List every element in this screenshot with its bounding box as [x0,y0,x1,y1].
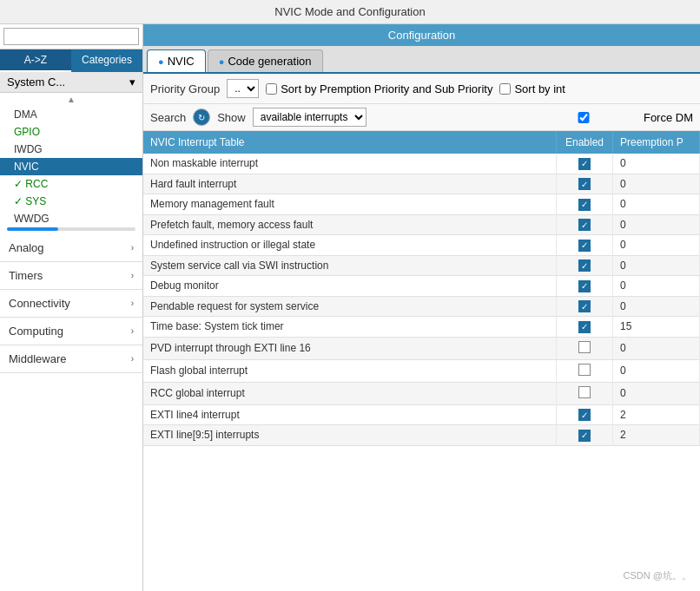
table-row: Memory management fault0 [143,194,700,215]
sidebar-section-middleware: Middleware › [0,345,142,373]
interrupt-enabled-cell[interactable] [557,174,613,194]
interrupt-enabled-checkbox[interactable] [578,409,591,421]
sidebar-section-timers-header[interactable]: Timers › [0,262,142,289]
priority-group-select[interactable]: .. 0 1 2 3 4 [227,79,259,98]
sidebar-item-wwdg[interactable]: WWDG [0,210,142,227]
sidebar-item-dma[interactable]: DMA [0,106,142,123]
sort-int-checkbox[interactable] [499,83,511,95]
sidebar-progress-fill [7,227,58,231]
table-row: Flash global interrupt0 [143,359,700,382]
interrupt-name: Undefined instruction or illegal state [143,235,557,256]
tab-nvic[interactable]: ● NVIC [147,49,206,72]
search-label: Search [150,111,186,124]
interrupt-enabled-checkbox[interactable] [578,280,591,292]
sidebar-section-analog-header[interactable]: Analog › [0,234,142,261]
interrupt-enabled-checkbox[interactable] [578,259,591,272]
table-row: Hard fault interrupt0 [143,174,700,194]
interrupt-enabled-checkbox[interactable] [578,178,591,190]
interrupt-name: Memory management fault [143,194,557,215]
sort-premption-group: Sort by Premption Priority and Sub Prior… [266,82,492,95]
interrupt-enabled-checkbox[interactable] [578,199,591,211]
interrupt-enabled-checkbox[interactable] [578,386,591,398]
search-bar: Search ↻ Show available interrupts all i… [143,104,700,131]
interrupt-enabled-cell[interactable] [557,235,613,256]
interrupt-enabled-checkbox[interactable] [578,219,591,231]
priority-group-label: Priority Group [150,82,220,95]
show-select[interactable]: available interrupts all interrupts [253,108,367,127]
interrupt-name: EXTI line4 interrupt [143,404,557,425]
config-title: Configuration [388,29,455,42]
interrupt-enabled-cell[interactable] [557,425,613,446]
interrupt-enabled-cell[interactable] [557,276,613,297]
sidebar-item-nvic[interactable]: NVIC [0,158,142,175]
sidebar-item-rcc[interactable]: ✓ RCC [0,175,142,193]
sidebar-item-sys[interactable]: ✓ SYS [0,193,142,210]
interrupt-enabled-checkbox[interactable] [578,321,591,333]
sidebar-item-gpio[interactable]: GPIO [0,123,142,141]
sort-premption-checkbox[interactable] [266,83,277,95]
force-dm-group: Force DM [527,111,693,124]
sidebar-tab-az[interactable]: A->Z [0,49,71,72]
interrupt-name: System service call via SWI instruction [143,255,557,276]
config-header: Configuration [143,24,700,46]
table-row: Time base: System tick timer15 [143,317,700,338]
sidebar: A->Z Categories System C... ▾ ▲ DMA GPIO… [0,24,143,591]
force-dm-label: Force DM [644,111,693,124]
interrupt-name: Non maskable interrupt [143,154,557,174]
table-row: PVD interrupt through EXTI line 160 [143,337,700,359]
interrupt-name: PVD interrupt through EXTI line 16 [143,337,557,359]
sort-premption-label: Sort by Premption Priority and Sub Prior… [281,82,492,95]
sidebar-section-connectivity-header[interactable]: Connectivity › [0,290,142,317]
interrupt-enabled-cell[interactable] [557,337,613,359]
sidebar-section-middleware-header[interactable]: Middleware › [0,345,142,372]
tab-bar: ● NVIC ● Code generation [143,46,700,74]
interrupt-name: Pendable request for system service [143,296,557,317]
table-row: Pendable request for system service0 [143,296,700,317]
interrupt-enabled-checkbox[interactable] [578,341,591,353]
sidebar-search-area [0,24,142,49]
middleware-chevron: › [131,354,134,364]
tab-codegen[interactable]: ● Code generation [208,49,323,72]
table-row: Debug monitor0 [143,276,700,297]
interrupt-preemption: 0 [613,382,700,404]
interrupt-enabled-checkbox[interactable] [578,240,591,252]
interrupt-preemption: 0 [613,214,700,235]
table-row: EXTI line[9:5] interrupts2 [143,425,700,446]
title-bar: NVIC Mode and Configuration [0,0,700,24]
interrupt-enabled-checkbox[interactable] [578,364,591,376]
interrupt-enabled-cell[interactable] [557,154,613,174]
interrupt-preemption: 0 [613,194,700,215]
sidebar-section-analog: Analog › [0,234,142,262]
sidebar-section-connectivity: Connectivity › [0,290,142,318]
sidebar-category-header[interactable]: System C... ▾ [0,72,142,93]
chevron-down-icon: ▾ [129,76,135,89]
interrupt-name: Hard fault interrupt [143,174,557,194]
col-header-enabled: Enabled [557,131,613,154]
sidebar-section-computing-header[interactable]: Computing › [0,318,142,345]
interrupt-enabled-checkbox[interactable] [578,158,591,170]
sidebar-item-iwdg[interactable]: IWDG [0,141,142,158]
interrupt-enabled-cell[interactable] [557,382,613,404]
connectivity-chevron: › [131,299,134,308]
interrupt-enabled-checkbox[interactable] [578,300,591,312]
sidebar-tab-categories[interactable]: Categories [71,49,142,72]
interrupt-preemption: 0 [613,359,700,382]
interrupt-name: RCC global interrupt [143,382,557,404]
search-icon-button[interactable]: ↻ [193,108,210,126]
interrupt-enabled-cell[interactable] [557,317,613,338]
interrupt-enabled-cell[interactable] [557,296,613,317]
codegen-tab-label: Code generation [228,55,311,68]
interrupt-table-container: NVIC Interrupt Table Enabled Preemption … [143,131,700,591]
computing-label: Computing [9,325,63,338]
force-dm-checkbox[interactable] [527,112,640,123]
interrupt-enabled-checkbox[interactable] [578,430,591,442]
interrupt-enabled-cell[interactable] [557,255,613,276]
sidebar-search-input[interactable] [3,28,139,45]
interrupt-name: Time base: System tick timer [143,317,557,338]
interrupt-enabled-cell[interactable] [557,359,613,382]
table-row: Undefined instruction or illegal state0 [143,235,700,256]
interrupt-enabled-cell[interactable] [557,214,613,235]
interrupt-enabled-cell[interactable] [557,404,613,425]
interrupt-preemption: 0 [613,337,700,359]
interrupt-enabled-cell[interactable] [557,194,613,215]
